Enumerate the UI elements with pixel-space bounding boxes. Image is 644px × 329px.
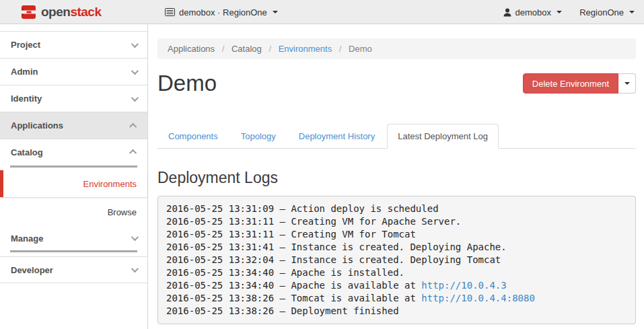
log-line: 2016-05-25 13:34:40 — Apache is availabl… xyxy=(166,279,627,292)
delete-environment-dropdown-toggle[interactable] xyxy=(618,73,636,94)
chevron-down-icon xyxy=(131,94,139,101)
chevron-up-icon xyxy=(129,149,137,157)
breadcrumb: Applications / Catalog / Environments / … xyxy=(157,38,636,59)
log-message: 2016-05-25 13:38:26 — Deployment finishe… xyxy=(166,305,399,316)
deployment-log-box: 2016-05-25 13:31:09 — Action deploy is s… xyxy=(157,196,636,324)
breadcrumb-demo: Demo xyxy=(349,44,372,54)
sidebar-item-manage[interactable]: Manage xyxy=(0,227,147,256)
sidebar-item-environments[interactable]: Environments xyxy=(0,170,147,197)
sidebar-item-label: Admin xyxy=(11,67,38,77)
breadcrumb-catalog: Catalog xyxy=(231,44,262,54)
chevron-down-icon xyxy=(131,265,139,272)
project-region-switcher[interactable]: demobox · RegionOne xyxy=(165,0,278,24)
log-line: 2016-05-25 13:38:26 — Deployment finishe… xyxy=(166,305,627,318)
openstack-logo[interactable]: openstack xyxy=(20,0,102,24)
log-message: 2016-05-25 13:31:41 — Instance is create… xyxy=(166,242,507,252)
log-line: 2016-05-25 13:38:26 — Tomcat is availabl… xyxy=(166,292,627,305)
brand-stack: stack xyxy=(70,5,101,19)
page-header: Demo Delete Environment xyxy=(157,69,636,98)
brand-open: open xyxy=(41,5,70,19)
main-content: Applications / Catalog / Environments / … xyxy=(148,24,644,329)
user-menu-label: demobox xyxy=(515,7,551,17)
sidebar-item-label: Catalog xyxy=(11,147,43,157)
sidebar-item-label: Project xyxy=(11,40,40,50)
sidebar-item-label: Environments xyxy=(83,179,137,189)
breadcrumb-environments-link[interactable]: Environments xyxy=(279,44,332,54)
sidebar: Project Admin Identity Applications Cata… xyxy=(0,24,148,329)
project-list-icon xyxy=(165,8,175,16)
breadcrumb-separator: / xyxy=(217,44,229,54)
log-message: 2016-05-25 13:32:04 — Instance is create… xyxy=(166,254,501,265)
region-menu[interactable]: RegionOne xyxy=(579,0,635,24)
delete-environment-button-group: Delete Environment xyxy=(523,73,636,94)
log-message: 2016-05-25 13:34:40 — Apache is installe… xyxy=(166,267,404,278)
log-message: 2016-05-25 13:34:40 — Apache is availabl… xyxy=(166,280,421,291)
project-region-label: demobox · RegionOne xyxy=(179,7,267,17)
tab-components[interactable]: Components xyxy=(157,124,229,149)
caret-down-icon xyxy=(273,11,278,13)
sidebar-item-admin[interactable]: Admin xyxy=(0,59,147,85)
log-link-apache-url[interactable]: http://10.0.4.3 xyxy=(421,280,506,291)
chevron-down-icon xyxy=(131,67,139,74)
sidebar-top-stub xyxy=(0,24,147,32)
topbar: openstack demobox · RegionOne demobox Re… xyxy=(0,0,644,24)
breadcrumb-separator: / xyxy=(334,44,347,54)
caret-down-icon xyxy=(629,11,635,13)
breadcrumb-applications: Applications xyxy=(168,44,215,54)
log-line: 2016-05-25 13:31:11 — Creating VM for To… xyxy=(166,228,627,241)
log-line: 2016-05-25 13:31:41 — Instance is create… xyxy=(166,241,627,254)
openstack-cube-icon xyxy=(20,4,38,20)
tab-bar: Components Topology Deployment History L… xyxy=(157,124,636,149)
log-line: 2016-05-25 13:34:40 — Apache is installe… xyxy=(166,266,627,279)
sidebar-item-project[interactable]: Project xyxy=(0,32,147,59)
tab-deployment-history[interactable]: Deployment History xyxy=(288,124,386,149)
sidebar-item-label: Browse xyxy=(108,207,137,217)
log-message: 2016-05-25 13:38:26 — Tomcat is availabl… xyxy=(166,293,421,303)
breadcrumb-separator: / xyxy=(264,44,276,54)
user-menu[interactable]: demobox xyxy=(503,0,562,24)
sidebar-item-label: Manage xyxy=(11,233,43,244)
sidebar-item-browse[interactable]: Browse xyxy=(0,198,147,225)
log-line: 2016-05-25 13:31:11 — Creating VM for Ap… xyxy=(166,215,627,228)
sidebar-item-label: Developer xyxy=(11,265,53,275)
caret-down-icon xyxy=(624,82,630,85)
sidebar-item-applications[interactable]: Applications xyxy=(0,112,147,139)
region-menu-label: RegionOne xyxy=(579,7,624,17)
tab-latest-deployment-log[interactable]: Latest Deployment Log xyxy=(387,124,499,149)
log-message: 2016-05-25 13:31:11 — Creating VM for To… xyxy=(166,229,416,240)
chevron-down-icon xyxy=(131,40,139,47)
log-line: 2016-05-25 13:32:04 — Instance is create… xyxy=(166,254,627,266)
sidebar-item-label: Identity xyxy=(11,94,42,104)
sidebar-item-label: Applications xyxy=(11,120,63,131)
log-line: 2016-05-25 13:31:09 — Action deploy is s… xyxy=(166,203,627,215)
log-message: 2016-05-25 13:31:11 — Creating VM for Ap… xyxy=(166,216,461,227)
chevron-up-icon xyxy=(129,122,137,130)
log-link-tomcat-url[interactable]: http://10.0.4.4:8080 xyxy=(421,293,535,303)
log-message: 2016-05-25 13:31:09 — Action deploy is s… xyxy=(166,203,439,214)
delete-environment-button[interactable]: Delete Environment xyxy=(523,73,618,94)
page-title: Demo xyxy=(157,71,217,96)
sidebar-item-catalog[interactable]: Catalog xyxy=(0,139,147,170)
tab-topology[interactable]: Topology xyxy=(230,124,287,149)
brand-text: openstack xyxy=(41,5,102,20)
sidebar-item-identity[interactable]: Identity xyxy=(0,85,147,112)
chevron-down-icon xyxy=(131,233,139,241)
caret-down-icon xyxy=(557,11,562,13)
deployment-logs-heading: Deployment Logs xyxy=(157,169,636,187)
sidebar-item-developer[interactable]: Developer xyxy=(0,256,147,283)
user-icon xyxy=(503,8,511,17)
